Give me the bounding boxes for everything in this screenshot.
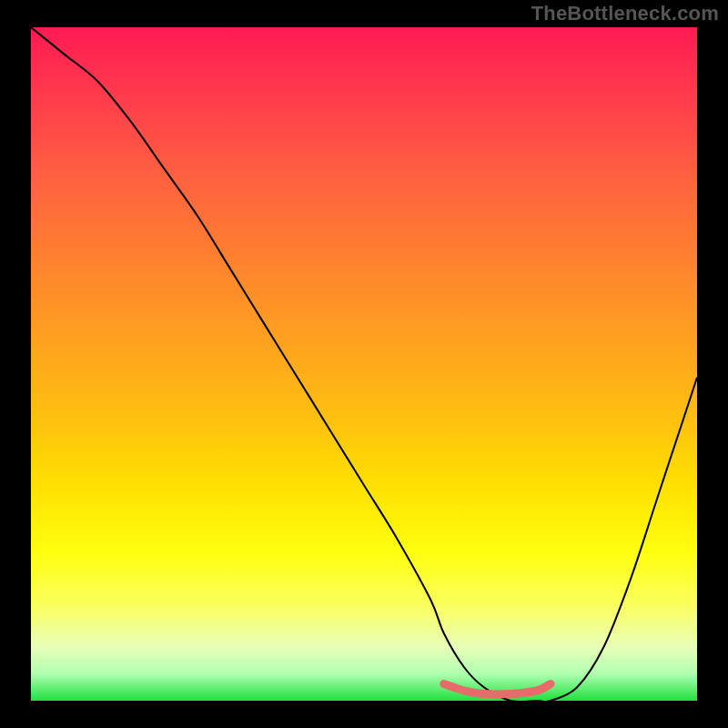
watermark-text: TheBottleneck.com (531, 2, 719, 25)
chart-svg (31, 27, 697, 701)
chart-frame: TheBottleneck.com (0, 0, 728, 728)
plot-area (31, 27, 697, 701)
optimal-range-marker (444, 684, 551, 695)
bottleneck-curve (31, 27, 697, 702)
